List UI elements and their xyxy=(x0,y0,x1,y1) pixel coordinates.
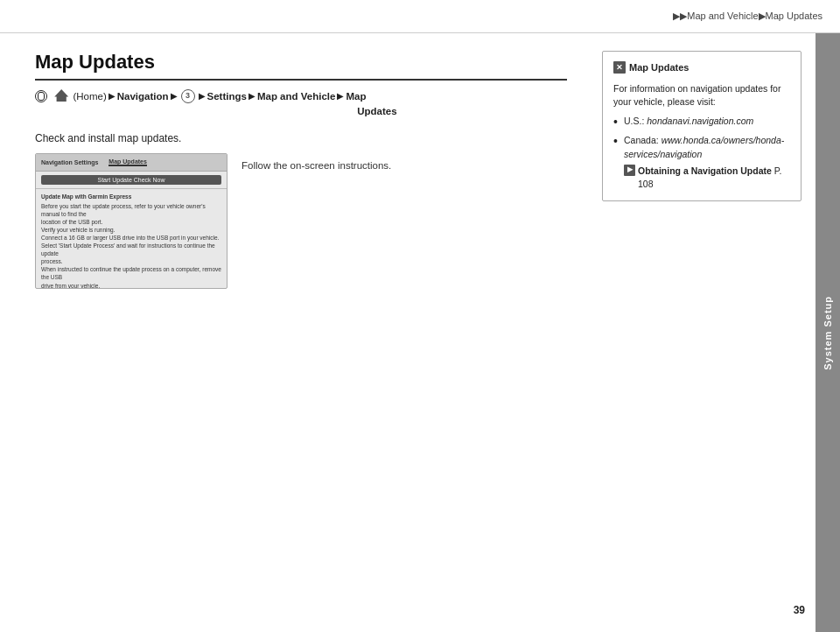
nav-settings: Settings xyxy=(207,89,247,104)
screenshot-line6: process. xyxy=(41,257,221,265)
bullet-dot-1: • xyxy=(613,113,624,131)
arrow-3: ▶ xyxy=(199,89,206,102)
screenshot-button: Start Update Check Now xyxy=(41,175,221,185)
screenshot-tab2: Map Updates xyxy=(108,158,147,166)
bullet2-content: Canada: www.honda.ca/owners/honda-servic… xyxy=(624,134,790,162)
top-header: ▶▶Map and Vehicle▶Map Updates xyxy=(0,0,840,33)
screenshot-section: Update Map with Garmin Express xyxy=(41,193,221,200)
screenshot-line2: location of the USB port. xyxy=(41,218,221,226)
breadcrumb: ▶▶Map and Vehicle▶Map Updates xyxy=(673,11,822,22)
link-icon: ▶ xyxy=(624,165,635,176)
follow-text: Follow the on-screen instructions. xyxy=(242,160,391,171)
screenshot-line5: Select 'Start Update Process' and wait f… xyxy=(41,242,221,257)
screenshot-line7: When instructed to continue the update p… xyxy=(41,265,221,281)
info-sub-text: Obtaining a Navigation Update P. 108 xyxy=(638,165,790,193)
info-bullet-1: • U.S.: hondanavi.navigation.com xyxy=(613,115,790,131)
info-para: For information on navigation updates fo… xyxy=(613,82,790,110)
screenshot-line3: Verify your vehicle is running. xyxy=(41,226,221,234)
info-box-title: ✕ Map Updates xyxy=(613,60,790,75)
step-number: 3 xyxy=(181,89,195,103)
bullet-dot-2: • xyxy=(613,132,624,151)
sidebar-label: System Setup xyxy=(822,296,833,370)
right-column: ✕ Map Updates For information on navigat… xyxy=(588,33,816,632)
main-content: Map Updates (Home) ▶ Navigation ▶ 3 ▶ Se… xyxy=(0,33,816,632)
info-sub: ▶ Obtaining a Navigation Update P. 108 xyxy=(624,165,790,193)
x-icon: ✕ xyxy=(613,61,626,74)
bullet1-content: U.S.: hondanavi.navigation.com xyxy=(624,115,753,129)
screenshot-line1: Before you start the update process, ref… xyxy=(41,202,221,218)
page-title: Map Updates xyxy=(35,51,567,81)
arrow-4: ▶ xyxy=(248,89,256,102)
info-box-title-text: Map Updates xyxy=(629,60,689,75)
info-link-us: hondanavi.navigation.com xyxy=(647,116,753,126)
right-sidebar: System Setup xyxy=(816,33,840,632)
screenshot-line8: drive from your vehicle. xyxy=(41,282,221,289)
body-text: Check and install map updates. xyxy=(35,132,567,144)
screenshot-body: Update Map with Garmin Express Before yo… xyxy=(36,191,227,289)
content-row: Navigation Settings Map Updates Start Up… xyxy=(35,153,567,289)
nav-map-vehicle: Map and Vehicle xyxy=(257,89,335,104)
info-box: ✕ Map Updates For information on navigat… xyxy=(602,51,802,201)
arrow-5: ▶ xyxy=(337,89,344,102)
screenshot-header: Navigation Settings Map Updates xyxy=(36,154,227,172)
screenshot-tab1: Navigation Settings xyxy=(41,159,98,165)
home-icon xyxy=(54,89,68,102)
arrow-1: ▶ xyxy=(108,89,116,102)
info-bullet-2: • Canada: www.honda.ca/owners/honda-serv… xyxy=(613,134,790,162)
screenshot-mock: Navigation Settings Map Updates Start Up… xyxy=(35,153,228,289)
left-column: Map Updates (Home) ▶ Navigation ▶ 3 ▶ Se… xyxy=(0,33,588,632)
arrow-2: ▶ xyxy=(171,89,178,102)
home-label: (Home) xyxy=(70,89,107,104)
screenshot-divider xyxy=(36,188,227,189)
nav-path: (Home) ▶ Navigation ▶ 3 ▶ Settings ▶ Map… xyxy=(35,89,567,120)
mic-icon xyxy=(35,90,47,102)
nav-navigation: Navigation xyxy=(117,89,169,104)
screenshot-line4: Connect a 16 GB or larger USB drive into… xyxy=(41,234,221,242)
nav-map-updates: Map Updates xyxy=(346,89,396,120)
